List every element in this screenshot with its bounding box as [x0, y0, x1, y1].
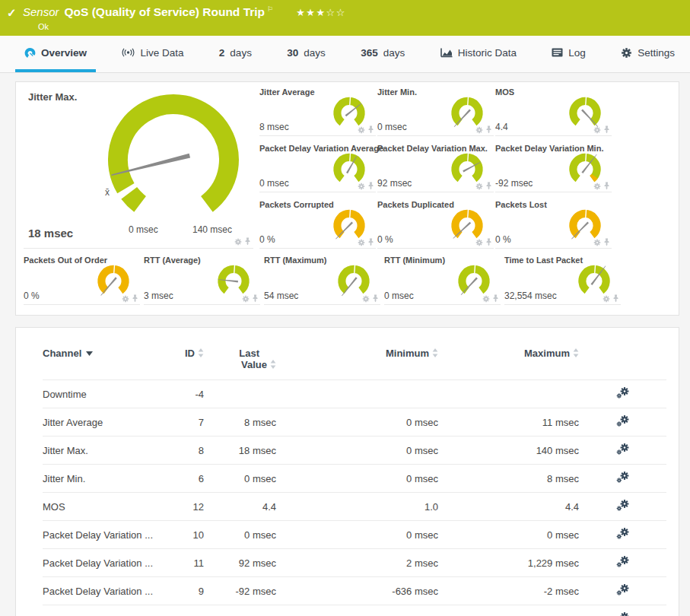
- tab-365-days[interactable]: 365days: [351, 36, 414, 72]
- gauge-tile-packet-delay-variation-min[interactable]: Packet Delay Variation Min. -92 msec: [495, 142, 612, 192]
- gauge-tile-jitter-average[interactable]: Jitter Average 8 msec: [259, 86, 376, 136]
- tab-2-days[interactable]: 2days: [210, 36, 261, 72]
- col-maximum[interactable]: Maximum: [438, 337, 579, 380]
- gear-icon[interactable]: [234, 238, 242, 246]
- channel-last-value: 0 %: [204, 605, 276, 616]
- pin-icon[interactable]: [244, 237, 251, 246]
- gauge-tile-rtt-maximum[interactable]: RTT (Maximum) 54 msec: [264, 254, 380, 305]
- table-row[interactable]: Packets Corrupted 5 0 % 0 % 0 %: [43, 605, 666, 616]
- table-row[interactable]: Packet Delay Variation ... 11 92 msec 2 …: [43, 549, 666, 577]
- channel-settings-icon[interactable]: [616, 556, 629, 567]
- gauge-tile-mos[interactable]: MOS 4.4: [495, 86, 612, 136]
- tab-number: 2: [219, 47, 225, 59]
- pin-icon[interactable]: [492, 294, 499, 303]
- gauge-tile-rtt-average[interactable]: RTT (Average) 3 msec: [144, 254, 260, 305]
- table-header-row: Channel ID LastValue Minimum Maximum: [43, 337, 666, 380]
- gauge-tile-rtt-minimum[interactable]: RTT (Minimum) 0 msec: [384, 254, 501, 305]
- table-row[interactable]: MOS 12 4.4 1.0 4.4: [43, 493, 666, 521]
- tab-label: Settings: [638, 47, 675, 59]
- channel-settings-icon[interactable]: [616, 500, 629, 511]
- pin-icon[interactable]: [603, 125, 610, 134]
- channel-name[interactable]: Jitter Average: [43, 408, 168, 437]
- pin-icon[interactable]: [603, 238, 610, 246]
- gear-icon[interactable]: [358, 126, 365, 134]
- channel-name[interactable]: Packets Corrupted: [43, 605, 168, 616]
- channel-name[interactable]: Jitter Min.: [43, 465, 168, 493]
- gauge-tile-packets-duplicated[interactable]: Packets Duplicated 0 %: [377, 198, 494, 249]
- channel-name[interactable]: Jitter Max.: [43, 437, 168, 465]
- channel-name[interactable]: Packet Delay Variation ...: [43, 577, 168, 605]
- col-last-value[interactable]: LastValue: [204, 337, 276, 380]
- pin-icon[interactable]: [485, 182, 492, 190]
- channel-minimum: 0 msec: [276, 465, 438, 493]
- priority-stars[interactable]: ★★★☆☆: [296, 7, 346, 18]
- col-id[interactable]: ID: [168, 337, 204, 380]
- gear-icon[interactable]: [482, 295, 490, 303]
- channel-settings-icon[interactable]: [616, 584, 629, 595]
- tab-overview[interactable]: Overview: [15, 36, 96, 72]
- tab-live-data[interactable]: Live Data: [113, 36, 192, 72]
- table-row[interactable]: Jitter Max. 8 18 msec 0 msec 140 msec: [43, 437, 666, 465]
- gear-icon[interactable]: [475, 183, 483, 190]
- gauge-tile-packet-delay-variation-max[interactable]: Packet Delay Variation Max. 92 msec: [377, 142, 494, 192]
- channel-settings-icon[interactable]: [616, 443, 629, 455]
- gauge-dial: [574, 261, 615, 299]
- pin-icon[interactable]: [367, 182, 374, 190]
- channel-name[interactable]: Packet Delay Variation ...: [43, 549, 168, 577]
- gauge-tile-packets-out-of-order[interactable]: Packets Out of Order 0 %: [24, 254, 140, 305]
- channel-settings-icon[interactable]: [616, 387, 629, 398]
- channel-settings-icon[interactable]: [616, 415, 629, 427]
- gauge-tile-packets-corrupted[interactable]: Packets Corrupted 0 %: [259, 198, 376, 249]
- gauge-tile-actions: [475, 238, 492, 246]
- channel-settings-icon[interactable]: [616, 528, 629, 539]
- tab-30-days[interactable]: 30days: [278, 36, 335, 72]
- pin-icon[interactable]: [132, 294, 138, 303]
- channel-settings-icon[interactable]: [616, 612, 629, 616]
- gear-icon[interactable]: [593, 126, 601, 134]
- tab-log[interactable]: Log: [542, 36, 595, 72]
- channel-name[interactable]: Packet Delay Variation ...: [43, 521, 168, 549]
- sensor-kind-label: Sensor: [23, 5, 59, 18]
- gear-icon[interactable]: [358, 239, 365, 246]
- tab-settings[interactable]: Settings: [612, 36, 684, 72]
- channel-name[interactable]: Downtime: [43, 380, 168, 408]
- gauge-tile-jitter-max[interactable]: Jitter Max. x̄ 0 msec 140 msec 18 msec: [24, 86, 253, 249]
- gauge-tile-packets-lost[interactable]: Packets Lost 0 %: [495, 198, 612, 249]
- pin-icon[interactable]: [612, 294, 619, 303]
- gear-icon[interactable]: [122, 295, 129, 303]
- channel-settings-icon[interactable]: [616, 472, 629, 483]
- col-minimum[interactable]: Minimum: [276, 337, 438, 380]
- pin-icon[interactable]: [485, 125, 492, 134]
- table-row[interactable]: Packet Delay Variation ... 10 0 msec 0 m…: [43, 521, 666, 549]
- table-row[interactable]: Jitter Average 7 8 msec 0 msec 11 msec: [43, 408, 666, 437]
- tab-bar: OverviewLive Data2days30days365daysHisto…: [0, 36, 690, 73]
- pin-icon[interactable]: [367, 238, 374, 246]
- channel-maximum: [438, 380, 579, 408]
- pin-icon[interactable]: [252, 294, 259, 303]
- tab-historic-data[interactable]: Historic Data: [431, 36, 526, 72]
- table-row[interactable]: Jitter Min. 6 0 msec 0 msec 8 msec: [43, 465, 666, 493]
- table-row[interactable]: Downtime -4: [43, 380, 666, 408]
- col-channel[interactable]: Channel: [43, 337, 168, 380]
- channel-name[interactable]: MOS: [43, 493, 168, 521]
- pin-icon[interactable]: [372, 294, 379, 303]
- pin-icon[interactable]: [485, 238, 492, 246]
- pin-icon[interactable]: [367, 125, 374, 134]
- gear-icon[interactable]: [593, 183, 601, 190]
- gauge-tile-time-to-last-packet[interactable]: Time to Last Packet 32,554 msec: [504, 254, 621, 305]
- flag-icon[interactable]: ⚐: [267, 5, 273, 13]
- tab-label: days: [383, 47, 405, 59]
- gear-icon[interactable]: [603, 295, 610, 303]
- gauge-tile-jitter-min[interactable]: Jitter Min. 0 msec: [377, 86, 494, 136]
- gauge-value: 0 msec: [259, 178, 289, 189]
- gear-icon[interactable]: [475, 126, 483, 134]
- channel-minimum: 1.0: [276, 493, 438, 521]
- gear-icon[interactable]: [358, 183, 365, 190]
- gear-icon[interactable]: [242, 295, 250, 303]
- gear-icon[interactable]: [593, 239, 601, 246]
- gear-icon[interactable]: [475, 239, 483, 246]
- pin-icon[interactable]: [603, 182, 610, 190]
- gear-icon[interactable]: [362, 295, 370, 303]
- table-row[interactable]: Packet Delay Variation ... 9 -92 msec -6…: [43, 577, 666, 605]
- gauge-tile-packet-delay-variation-average[interactable]: Packet Delay Variation Average 0 msec: [259, 142, 376, 192]
